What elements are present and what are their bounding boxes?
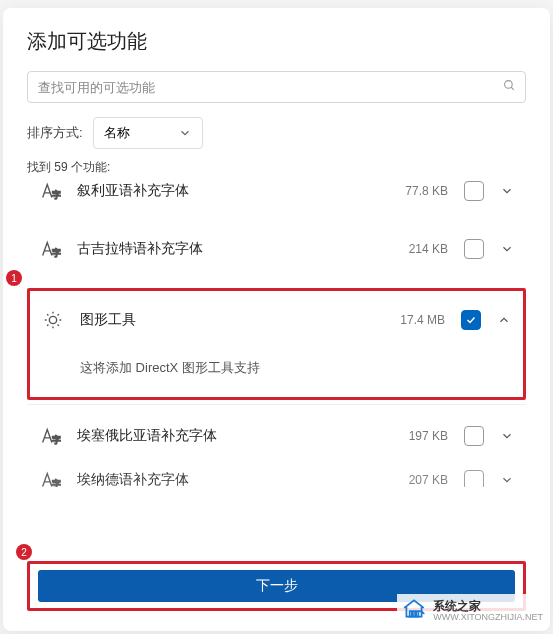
feature-description: 这将添加 DirectX 图形工具支持 [30,349,523,397]
highlight-box-1: 图形工具 17.4 MB 这将添加 DirectX 图形工具支持 [27,288,526,400]
watermark-name: 系统之家 [433,600,543,613]
svg-point-0 [505,81,513,89]
sort-value: 名称 [104,124,130,142]
font-icon: 字 [39,238,61,260]
svg-text:字: 字 [52,435,61,445]
svg-text:字: 字 [52,190,61,200]
font-icon: 字 [39,425,61,447]
feature-item-selected[interactable]: 图形工具 17.4 MB [30,291,523,349]
sort-label: 排序方式: [27,124,83,142]
search-icon [503,79,516,95]
feature-size: 197 KB [398,429,448,443]
feature-size: 214 KB [398,242,448,256]
feature-checkbox[interactable] [464,426,484,446]
feature-name: 叙利亚语补充字体 [77,182,382,200]
feature-size: 207 KB [398,473,448,487]
svg-text:字: 字 [52,479,61,487]
sort-row: 排序方式: 名称 [27,117,526,149]
search-input[interactable] [27,71,526,103]
svg-line-1 [511,87,514,90]
feature-checkbox[interactable] [464,239,484,259]
feature-checkbox-checked[interactable] [461,310,481,330]
results-count: 找到 59 个功能: [27,159,526,176]
font-icon: 字 [39,180,61,202]
divider [27,404,526,405]
dialog-title: 添加可选功能 [27,28,526,55]
tool-icon [42,309,64,331]
chevron-up-icon[interactable] [497,313,511,327]
feature-item[interactable]: 字 埃塞俄比亚语补充字体 197 KB [27,407,526,465]
font-icon: 字 [39,469,61,487]
feature-size: 17.4 MB [395,313,445,327]
svg-text:字: 字 [52,248,61,258]
chevron-down-icon[interactable] [500,242,514,256]
chevron-down-icon[interactable] [500,473,514,487]
watermark: 系统之家 WWW.XITONGZHIJIA.NET [397,594,547,628]
feature-list: 字 叙利亚语补充字体 77.8 KB 字 古吉拉特语补充字体 214 KB 图形… [27,180,526,539]
house-icon [401,596,427,626]
feature-name: 古吉拉特语补充字体 [77,240,382,258]
feature-checkbox[interactable] [464,470,484,487]
feature-item-partial[interactable]: 字 埃纳德语补充字体 207 KB [27,465,526,487]
feature-checkbox[interactable] [464,181,484,201]
chevron-down-icon[interactable] [500,184,514,198]
feature-size: 77.8 KB [398,184,448,198]
sort-select[interactable]: 名称 [93,117,203,149]
svg-point-4 [49,316,56,323]
check-icon [465,314,477,326]
feature-name: 图形工具 [80,311,379,329]
search-box [27,71,526,103]
watermark-url: WWW.XITONGZHIJIA.NET [433,613,543,622]
feature-item[interactable]: 字 叙利亚语补充字体 77.8 KB [27,180,526,220]
chevron-down-icon [178,126,192,140]
annotation-badge-1: 1 [6,270,22,286]
add-features-dialog: 添加可选功能 排序方式: 名称 找到 59 个功能: 字 叙利亚语补充字体 77… [3,8,550,631]
feature-name: 埃纳德语补充字体 [77,471,382,487]
chevron-down-icon[interactable] [500,429,514,443]
feature-item[interactable]: 字 古吉拉特语补充字体 214 KB [27,220,526,278]
annotation-badge-2: 2 [16,544,32,560]
feature-name: 埃塞俄比亚语补充字体 [77,427,382,445]
